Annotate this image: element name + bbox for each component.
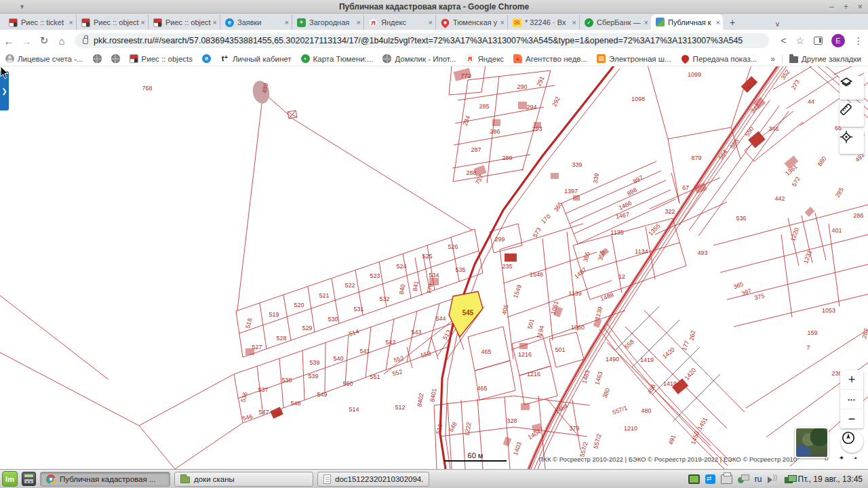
bookmark-item-9[interactable]: Яндекс (465, 54, 504, 63)
bookmark-item-1[interactable]: Лицевые счета -... (5, 54, 83, 63)
tv-tray-icon[interactable] (705, 474, 715, 484)
bookmark-item-7[interactable]: Карта Тюмени:... (301, 54, 374, 63)
tab-label: Заявки (237, 18, 283, 26)
mint-menu-button[interactable]: lm (2, 471, 18, 487)
bookmark-item-3[interactable] (111, 54, 120, 63)
tab-5[interactable]: Загородная× (292, 15, 363, 30)
zoom-panel: + ••• − (840, 370, 863, 428)
url-bar[interactable]: pkk.rosreestr.ru/#/search/57.08369435388… (75, 33, 769, 48)
url-text[interactable]: pkk.rosreestr.ru/#/search/57.08369435388… (94, 36, 743, 45)
tab-close-icon[interactable]: × (500, 18, 505, 26)
layers-button[interactable] (840, 76, 864, 100)
sber-favicon-icon (585, 18, 593, 27)
browser-menu-icon[interactable]: ⋮ (854, 35, 863, 46)
globe-favicon-icon (93, 54, 102, 63)
mail-favicon-icon (513, 18, 521, 27)
vol-tray-icon[interactable] (768, 474, 779, 484)
taskbar-window-3[interactable]: doc15122320210302094... (317, 472, 429, 487)
tab-label: СберБанк — (597, 18, 643, 26)
tab-label: Яндекс (381, 18, 427, 26)
compass-icon (841, 430, 856, 445)
bookmark-star-icon[interactable]: ☆ (795, 35, 804, 46)
window-title: Публичная кадастровая карта - Google Chr… (0, 2, 868, 12)
tab-8[interactable]: * 32246 · Вх× (507, 15, 579, 30)
tab-close-icon[interactable]: × (716, 18, 720, 26)
minimap-thumbnail[interactable] (795, 427, 829, 458)
bookmark-item-11[interactable]: Электронная ш... (597, 54, 671, 63)
bookmark-item-5[interactable] (202, 54, 211, 63)
net-tray-icon[interactable] (738, 474, 749, 484)
bookmark-item-8[interactable]: Домклик - Ипот... (382, 54, 456, 63)
minimize-button[interactable]: – (829, 2, 834, 12)
profile-avatar[interactable]: E (831, 34, 845, 47)
tab-close-icon[interactable]: × (285, 18, 289, 26)
tab-close-icon[interactable]: × (213, 18, 217, 26)
share-icon[interactable]: < (781, 35, 786, 46)
folder-icon (789, 56, 798, 63)
pkk-favicon-icon (656, 18, 665, 26)
cadastral-parcels-layer (0, 66, 868, 469)
browser-toolbar: ← → ↻ ⌂ pkk.rosreestr.ru/#/search/57.083… (0, 30, 868, 52)
highlighted-parcel-545[interactable] (449, 291, 483, 337)
new-tab-button[interactable]: + (730, 17, 735, 28)
tab-close-icon[interactable]: × (644, 18, 648, 26)
tab-close-icon[interactable]: × (141, 18, 145, 26)
taskbar-window-label: Публичная кадастровая ... (60, 475, 156, 483)
zoom-out-button[interactable]: − (840, 409, 863, 428)
tab-3[interactable]: Риес :: object× (148, 15, 220, 30)
reload-button[interactable]: ↻ (35, 35, 53, 47)
tab-close-icon[interactable]: × (357, 18, 361, 26)
bookmark-item-2[interactable] (93, 54, 102, 63)
bookmarks-overflow-icon[interactable]: » (770, 54, 775, 64)
tab-10[interactable]: Публичная к× (651, 14, 723, 30)
close-button[interactable]: × (858, 2, 863, 12)
tab-7[interactable]: Тюменская у× (435, 15, 507, 30)
bookmark-item-10[interactable]: Агентство недв... (513, 54, 587, 63)
geolocate-button[interactable] (841, 430, 863, 453)
tab-4[interactable]: Заявки× (220, 15, 292, 30)
tab-close-icon[interactable]: × (572, 18, 576, 26)
forward-button[interactable]: → (18, 35, 35, 47)
tab-close-icon[interactable]: × (69, 18, 73, 26)
flame-favicon-icon (513, 54, 522, 63)
dgis-favicon-icon (301, 54, 310, 63)
maximize-button[interactable]: + (844, 2, 848, 12)
ries-favicon-icon (81, 18, 90, 27)
mouse-cursor (0, 66, 9, 80)
taskbar-window-1[interactable]: Публичная кадастровая ... (40, 472, 170, 487)
printer-tray-icon[interactable] (721, 474, 732, 484)
tab-label: Риес :: object (165, 18, 212, 26)
tab-overflow-button[interactable]: ∨ (775, 20, 780, 28)
taskbar-clock[interactable]: Пт., 19 авг., 13:45 (798, 474, 863, 484)
home-button[interactable]: ⌂ (53, 35, 71, 47)
bookmark-item-6[interactable]: Личный кабинет (220, 54, 292, 63)
zoom-level-dots[interactable]: ••• (840, 389, 863, 409)
tab-9[interactable]: СберБанк —× (579, 15, 651, 30)
bookmark-label: Домклик - Ипот... (395, 55, 456, 63)
ie-favicon-icon (225, 18, 234, 27)
taskbar-window-2[interactable]: доки сканы (174, 472, 313, 487)
doc-icon (323, 474, 331, 484)
keyboard-layout-indicator[interactable]: ru (755, 474, 762, 484)
other-bookmarks-button[interactable]: Другие закладки (782, 55, 861, 63)
display-tray-icon[interactable] (688, 474, 700, 484)
tab-2[interactable]: Риес :: object× (76, 15, 148, 30)
tab-1[interactable]: Риес :: ticket× (4, 15, 76, 30)
measure-button[interactable] (840, 103, 864, 127)
window-menu-icon[interactable]: ▼ (19, 3, 25, 10)
tab-close-icon[interactable]: × (429, 18, 433, 26)
cadastral-map-canvas[interactable]: 7684887722902912942922852842862932872892… (0, 66, 868, 469)
calculator-launcher[interactable] (22, 472, 36, 486)
mon-tray-icon[interactable] (785, 477, 793, 483)
zoom-in-button[interactable]: + (840, 370, 863, 389)
back-button[interactable]: ← (0, 35, 18, 47)
side-panel-icon[interactable] (814, 37, 823, 45)
bookmark-label: Агентство недв... (526, 55, 587, 63)
tab-6[interactable]: Яндекс× (363, 15, 435, 30)
tab-label: Тюменская у (453, 18, 499, 26)
person-favicon-icon (5, 54, 14, 63)
bookmark-item-12[interactable]: Передача показ... (681, 54, 757, 63)
bookmark-item-4[interactable]: Риес :: objects (130, 54, 193, 63)
locate-object-button[interactable] (840, 130, 864, 154)
drop-favicon-icon (679, 54, 690, 64)
